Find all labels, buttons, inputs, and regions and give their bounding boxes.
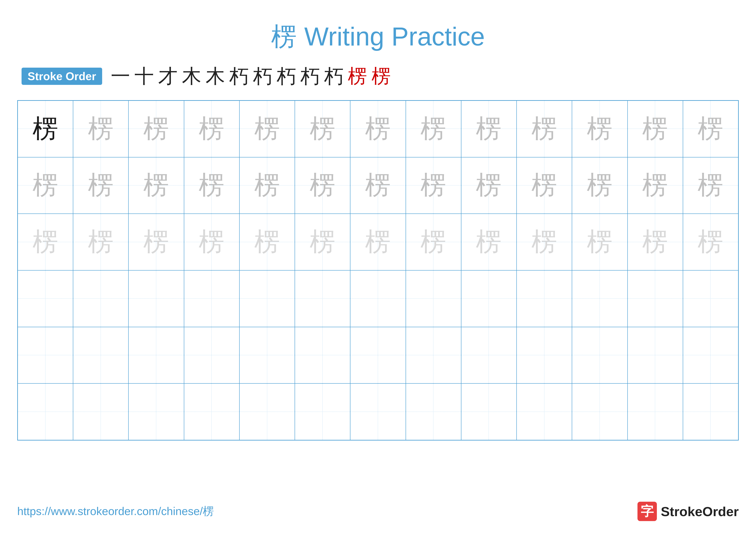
cell-r4-c9[interactable] xyxy=(461,270,517,327)
cell-r1-c5[interactable]: 楞 xyxy=(239,101,295,157)
cell-r6-c5[interactable] xyxy=(239,383,295,440)
cell-r4-c2[interactable] xyxy=(73,270,128,327)
cell-r5-c10[interactable] xyxy=(517,327,572,384)
cell-r3-c13[interactable]: 楞 xyxy=(683,214,738,270)
cell-r1-c4[interactable]: 楞 xyxy=(184,101,239,157)
cell-r1-c3[interactable]: 楞 xyxy=(128,101,184,157)
page-container: 楞 Writing Practice Stroke Order 一 十 才 木 … xyxy=(0,0,756,534)
cell-r2-c12[interactable]: 楞 xyxy=(628,157,683,214)
char-r1-c5: 楞 xyxy=(254,111,280,146)
cell-r3-c5[interactable]: 楞 xyxy=(239,214,295,270)
cell-r4-c3[interactable] xyxy=(128,270,184,327)
cell-r6-c11[interactable] xyxy=(572,383,627,440)
cell-r4-c4[interactable] xyxy=(184,270,239,327)
cell-r1-c2[interactable]: 楞 xyxy=(73,101,128,157)
cell-r3-c11[interactable]: 楞 xyxy=(572,214,627,270)
char-r2-c12: 楞 xyxy=(642,168,668,203)
cell-r5-c13[interactable] xyxy=(683,327,738,384)
cell-r2-c1[interactable]: 楞 xyxy=(18,157,73,214)
stroke-9: 朽 xyxy=(300,63,320,89)
cell-r3-c8[interactable]: 楞 xyxy=(406,214,461,270)
stroke-3: 才 xyxy=(158,63,177,89)
cell-r5-c8[interactable] xyxy=(406,327,461,384)
cell-r3-c12[interactable]: 楞 xyxy=(628,214,683,270)
logo-text: StrokeOrder xyxy=(661,504,739,519)
footer: https://www.strokeorder.com/chinese/楞 字 … xyxy=(17,502,739,521)
cell-r2-c2[interactable]: 楞 xyxy=(73,157,128,214)
cell-r5-c11[interactable] xyxy=(572,327,627,384)
cell-r4-c10[interactable] xyxy=(517,270,572,327)
cell-r3-c7[interactable]: 楞 xyxy=(350,214,406,270)
cell-r5-c4[interactable] xyxy=(184,327,239,384)
cell-r1-c11[interactable]: 楞 xyxy=(572,101,627,157)
cell-r1-c1[interactable]: 楞 xyxy=(18,101,73,157)
cell-r4-c7[interactable] xyxy=(350,270,406,327)
cell-r3-c1[interactable]: 楞 xyxy=(18,214,73,270)
char-r2-c6: 楞 xyxy=(310,168,336,203)
char-r2-c5: 楞 xyxy=(254,168,280,203)
cell-r2-c10[interactable]: 楞 xyxy=(517,157,572,214)
cell-r1-c10[interactable]: 楞 xyxy=(517,101,572,157)
cell-r1-c7[interactable]: 楞 xyxy=(350,101,406,157)
char-r1-c9: 楞 xyxy=(476,111,502,146)
practice-grid: 楞 楞 楞 楞 楞 楞 楞 楞 楞 楞 楞 楞 楞 楞 楞 楞 楞 楞 楞 楞 … xyxy=(17,100,739,441)
cell-r1-c12[interactable]: 楞 xyxy=(628,101,683,157)
cell-r5-c5[interactable] xyxy=(239,327,295,384)
cell-r6-c10[interactable] xyxy=(517,383,572,440)
cell-r1-c8[interactable]: 楞 xyxy=(406,101,461,157)
cell-r2-c6[interactable]: 楞 xyxy=(295,157,350,214)
cell-r4-c6[interactable] xyxy=(295,270,350,327)
cell-r4-c11[interactable] xyxy=(572,270,627,327)
page-title: 楞 Writing Practice xyxy=(271,22,485,51)
cell-r5-c2[interactable] xyxy=(73,327,128,384)
stroke-1: 一 xyxy=(111,63,130,89)
cell-r4-c8[interactable] xyxy=(406,270,461,327)
cell-r2-c3[interactable]: 楞 xyxy=(128,157,184,214)
cell-r5-c9[interactable] xyxy=(461,327,517,384)
cell-r2-c7[interactable]: 楞 xyxy=(350,157,406,214)
cell-r3-c9[interactable]: 楞 xyxy=(461,214,517,270)
cell-r3-c10[interactable]: 楞 xyxy=(517,214,572,270)
stroke-4: 木 xyxy=(182,63,201,89)
cell-r6-c6[interactable] xyxy=(295,383,350,440)
cell-r1-c13[interactable]: 楞 xyxy=(683,101,738,157)
cell-r2-c13[interactable]: 楞 xyxy=(683,157,738,214)
stroke-11: 楞 xyxy=(348,63,367,89)
cell-r2-c11[interactable]: 楞 xyxy=(572,157,627,214)
cell-r6-c1[interactable] xyxy=(18,383,73,440)
stroke-2: 十 xyxy=(134,63,154,89)
cell-r3-c3[interactable]: 楞 xyxy=(128,214,184,270)
cell-r3-c4[interactable]: 楞 xyxy=(184,214,239,270)
cell-r6-c2[interactable] xyxy=(73,383,128,440)
char-r1-c13: 楞 xyxy=(698,111,723,146)
cell-r2-c9[interactable]: 楞 xyxy=(461,157,517,214)
cell-r6-c7[interactable] xyxy=(350,383,406,440)
cell-r5-c1[interactable] xyxy=(18,327,73,384)
char-r3-c3: 楞 xyxy=(143,224,169,260)
char-r3-c2: 楞 xyxy=(88,224,114,260)
cell-r5-c6[interactable] xyxy=(295,327,350,384)
cell-r5-c7[interactable] xyxy=(350,327,406,384)
cell-r4-c12[interactable] xyxy=(628,270,683,327)
cell-r3-c2[interactable]: 楞 xyxy=(73,214,128,270)
cell-r2-c5[interactable]: 楞 xyxy=(239,157,295,214)
cell-r1-c9[interactable]: 楞 xyxy=(461,101,517,157)
cell-r6-c13[interactable] xyxy=(683,383,738,440)
cell-r1-c6[interactable]: 楞 xyxy=(295,101,350,157)
cell-r3-c6[interactable]: 楞 xyxy=(295,214,350,270)
cell-r5-c3[interactable] xyxy=(128,327,184,384)
cell-r6-c9[interactable] xyxy=(461,383,517,440)
cell-r4-c1[interactable] xyxy=(18,270,73,327)
char-r2-c13: 楞 xyxy=(698,168,723,203)
cell-r6-c4[interactable] xyxy=(184,383,239,440)
cell-r4-c5[interactable] xyxy=(239,270,295,327)
cell-r2-c4[interactable]: 楞 xyxy=(184,157,239,214)
cell-r5-c12[interactable] xyxy=(628,327,683,384)
cell-r6-c12[interactable] xyxy=(628,383,683,440)
cell-r6-c3[interactable] xyxy=(128,383,184,440)
cell-r4-c13[interactable] xyxy=(683,270,738,327)
cell-r6-c8[interactable] xyxy=(406,383,461,440)
cell-r2-c8[interactable]: 楞 xyxy=(406,157,461,214)
stroke-8: 朽 xyxy=(277,63,296,89)
char-r2-c7: 楞 xyxy=(365,168,391,203)
